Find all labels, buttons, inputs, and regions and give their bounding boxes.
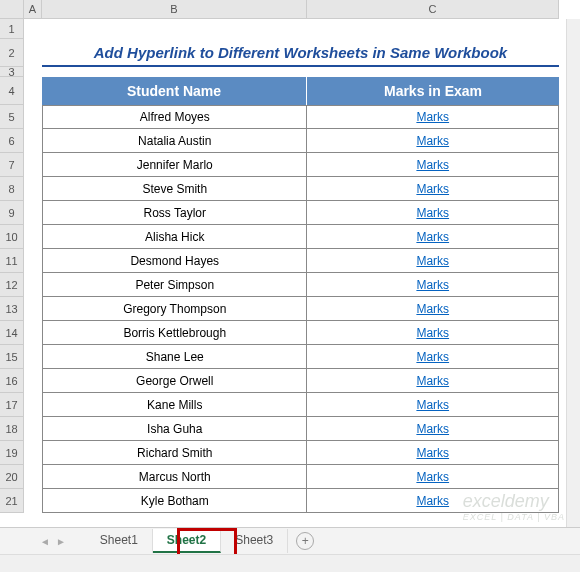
marks-hyperlink[interactable]: Marks <box>416 302 449 316</box>
student-name-cell[interactable]: Richard Smith <box>43 441 307 464</box>
marks-hyperlink[interactable]: Marks <box>416 446 449 460</box>
marks-cell[interactable]: Marks <box>307 393 558 416</box>
row-header-21[interactable]: 21 <box>0 489 23 513</box>
row-header-15[interactable]: 15 <box>0 345 23 369</box>
marks-cell[interactable]: Marks <box>307 177 558 200</box>
table-row: Alfred MoyesMarks <box>42 105 559 129</box>
student-name-cell[interactable]: Jennifer Marlo <box>43 153 307 176</box>
marks-hyperlink[interactable]: Marks <box>416 470 449 484</box>
sheet-tabs: ◄ ► Sheet1Sheet2Sheet3 + <box>0 527 580 554</box>
row-header-1[interactable]: 1 <box>0 19 23 39</box>
table-row: Steve SmithMarks <box>42 177 559 201</box>
table-row: Kane MillsMarks <box>42 393 559 417</box>
marks-cell[interactable]: Marks <box>307 225 558 248</box>
col-header-b[interactable]: B <box>42 0 307 18</box>
marks-hyperlink[interactable]: Marks <box>416 326 449 340</box>
col-header-c[interactable]: C <box>307 0 559 18</box>
col-header-a[interactable]: A <box>24 0 42 18</box>
marks-hyperlink[interactable]: Marks <box>416 158 449 172</box>
table-row: Jennifer MarloMarks <box>42 153 559 177</box>
table-row: Marcus NorthMarks <box>42 465 559 489</box>
marks-hyperlink[interactable]: Marks <box>416 182 449 196</box>
row-header-13[interactable]: 13 <box>0 297 23 321</box>
marks-cell[interactable]: Marks <box>307 129 558 152</box>
marks-hyperlink[interactable]: Marks <box>416 110 449 124</box>
row-header-4[interactable]: 4 <box>0 77 23 105</box>
marks-hyperlink[interactable]: Marks <box>416 494 449 508</box>
row-header-9[interactable]: 9 <box>0 201 23 225</box>
nav-prev-icon[interactable]: ◄ <box>40 536 50 547</box>
row-header-12[interactable]: 12 <box>0 273 23 297</box>
row-header-5[interactable]: 5 <box>0 105 23 129</box>
marks-hyperlink[interactable]: Marks <box>416 230 449 244</box>
student-name-cell[interactable]: Steve Smith <box>43 177 307 200</box>
student-name-cell[interactable]: Natalia Austin <box>43 129 307 152</box>
row-header-10[interactable]: 10 <box>0 225 23 249</box>
data-rows: Alfred MoyesMarksNatalia AustinMarksJenn… <box>42 105 559 513</box>
table-row: Alisha HickMarks <box>42 225 559 249</box>
row-header-14[interactable]: 14 <box>0 321 23 345</box>
table-header: Student Name Marks in Exam <box>42 77 559 105</box>
row-header-11[interactable]: 11 <box>0 249 23 273</box>
student-name-cell[interactable]: George Orwell <box>43 369 307 392</box>
row-header-20[interactable]: 20 <box>0 465 23 489</box>
marks-hyperlink[interactable]: Marks <box>416 134 449 148</box>
student-name-cell[interactable]: Shane Lee <box>43 345 307 368</box>
table-row: Desmond HayesMarks <box>42 249 559 273</box>
student-name-cell[interactable]: Alfred Moyes <box>43 106 307 128</box>
student-name-cell[interactable]: Ross Taylor <box>43 201 307 224</box>
row-header-16[interactable]: 16 <box>0 369 23 393</box>
table-row: George OrwellMarks <box>42 369 559 393</box>
marks-cell[interactable]: Marks <box>307 273 558 296</box>
select-all-corner[interactable] <box>0 0 24 19</box>
student-name-cell[interactable]: Peter Simpson <box>43 273 307 296</box>
student-name-cell[interactable]: Kyle Botham <box>43 489 307 512</box>
horizontal-scrollbar[interactable] <box>0 554 580 572</box>
marks-hyperlink[interactable]: Marks <box>416 278 449 292</box>
row-header-18[interactable]: 18 <box>0 417 23 441</box>
table-row: Isha GuhaMarks <box>42 417 559 441</box>
marks-hyperlink[interactable]: Marks <box>416 398 449 412</box>
student-name-cell[interactable]: Desmond Hayes <box>43 249 307 272</box>
marks-hyperlink[interactable]: Marks <box>416 206 449 220</box>
row-header-7[interactable]: 7 <box>0 153 23 177</box>
tab-nav[interactable]: ◄ ► <box>40 536 66 547</box>
row-header-6[interactable]: 6 <box>0 129 23 153</box>
marks-cell[interactable]: Marks <box>307 369 558 392</box>
page-title: Add Hyperlink to Different Worksheets in… <box>42 39 559 67</box>
marks-cell[interactable]: Marks <box>307 153 558 176</box>
row-header-8[interactable]: 8 <box>0 177 23 201</box>
marks-cell[interactable]: Marks <box>307 297 558 320</box>
tab-sheet3[interactable]: Sheet3 <box>221 529 288 553</box>
student-name-cell[interactable]: Borris Kettlebrough <box>43 321 307 344</box>
row-header-19[interactable]: 19 <box>0 441 23 465</box>
student-name-cell[interactable]: Isha Guha <box>43 417 307 440</box>
marks-cell[interactable]: Marks <box>307 489 558 512</box>
tab-sheet2[interactable]: Sheet2 <box>153 529 221 553</box>
table-row: Ross TaylorMarks <box>42 201 559 225</box>
student-name-cell[interactable]: Marcus North <box>43 465 307 488</box>
marks-hyperlink[interactable]: Marks <box>416 350 449 364</box>
marks-cell[interactable]: Marks <box>307 106 558 128</box>
add-sheet-button[interactable]: + <box>296 532 314 550</box>
vertical-scrollbar[interactable] <box>566 19 580 527</box>
table-row: Peter SimpsonMarks <box>42 273 559 297</box>
row-header-17[interactable]: 17 <box>0 393 23 417</box>
student-name-cell[interactable]: Alisha Hick <box>43 225 307 248</box>
student-name-cell[interactable]: Gregory Thompson <box>43 297 307 320</box>
marks-cell[interactable]: Marks <box>307 441 558 464</box>
marks-cell[interactable]: Marks <box>307 345 558 368</box>
marks-cell[interactable]: Marks <box>307 201 558 224</box>
marks-cell[interactable]: Marks <box>307 417 558 440</box>
student-name-cell[interactable]: Kane Mills <box>43 393 307 416</box>
marks-cell[interactable]: Marks <box>307 249 558 272</box>
marks-hyperlink[interactable]: Marks <box>416 254 449 268</box>
marks-cell[interactable]: Marks <box>307 321 558 344</box>
nav-next-icon[interactable]: ► <box>56 536 66 547</box>
row-header-3[interactable]: 3 <box>0 67 23 77</box>
row-header-2[interactable]: 2 <box>0 39 23 67</box>
tab-sheet1[interactable]: Sheet1 <box>86 529 153 553</box>
marks-cell[interactable]: Marks <box>307 465 558 488</box>
marks-hyperlink[interactable]: Marks <box>416 374 449 388</box>
marks-hyperlink[interactable]: Marks <box>416 422 449 436</box>
